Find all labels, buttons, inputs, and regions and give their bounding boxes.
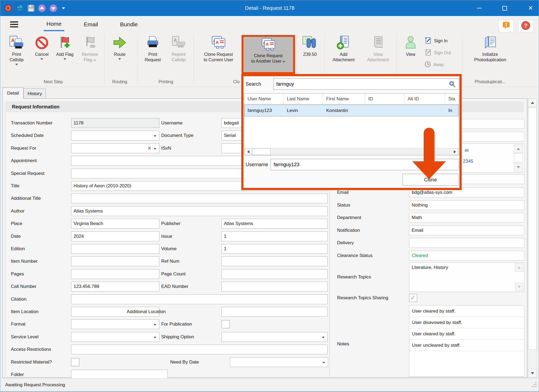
address-scroll-up-button[interactable] <box>514 144 523 153</box>
format-dropdown[interactable] <box>71 319 159 329</box>
scroll-thumb[interactable] <box>252 149 271 155</box>
author-field[interactable] <box>71 206 328 216</box>
sign-out-button[interactable]: Sign Out <box>424 47 461 59</box>
shipping-option-dropdown[interactable] <box>221 332 328 342</box>
notes-list[interactable]: User cleared by staff. User disavowed by… <box>409 305 524 377</box>
initialize-photoduplication-button[interactable]: Initialize Photoduplication <box>465 34 515 79</box>
route-button[interactable]: Route <box>108 34 132 79</box>
transaction-number-field[interactable] <box>71 118 159 128</box>
form-row: Item Number Ref Num <box>3 256 331 266</box>
column-header[interactable]: Sta <box>445 94 459 104</box>
scroll-right-button[interactable] <box>451 149 458 155</box>
view-user-button[interactable]: View <box>398 34 423 79</box>
add-attachment-button[interactable]: Add Attachment <box>326 34 361 79</box>
edition-field[interactable] <box>71 244 159 254</box>
clone-request-current-user-button[interactable]: A A Clone Request to Current User <box>196 34 241 79</box>
menu-hamburger-icon[interactable] <box>10 21 18 27</box>
minimize-button[interactable] <box>472 0 487 16</box>
column-header[interactable]: ID <box>365 94 404 104</box>
user-search-input[interactable] <box>273 78 459 90</box>
search-icon[interactable] <box>449 81 456 89</box>
scroll-left-button[interactable] <box>245 149 252 155</box>
topics-scroll-down-button[interactable] <box>515 283 523 291</box>
reprint-callslip-button[interactable]: A Reprint Callslip <box>166 34 191 79</box>
date-field[interactable] <box>71 232 159 241</box>
cell-first-name: Konstantin <box>323 104 365 117</box>
form-row: Call Number EAD Number <box>3 282 331 291</box>
clear-x-icon[interactable]: ✕ <box>147 145 151 151</box>
topics-scroll-up-button[interactable] <box>515 264 523 272</box>
scroll-down-button[interactable] <box>528 369 537 377</box>
additional-location-field[interactable] <box>221 307 328 317</box>
note-item[interactable]: User uncleared by staff. <box>409 340 524 351</box>
research-topics-textarea[interactable]: Literature, History <box>409 262 524 292</box>
ref-num-field[interactable] <box>221 256 328 266</box>
z3950-search-button[interactable]: Z39.50 <box>298 34 322 79</box>
cancel-button[interactable]: Cancel <box>31 34 53 79</box>
tab-bundle[interactable]: Bundle <box>118 18 140 31</box>
clone-request-another-user-button[interactable]: A A Clone Request to Another User <box>242 35 295 74</box>
print-callslip-button[interactable]: A Print Callslip <box>3 34 30 79</box>
clone-username-input[interactable] <box>271 159 459 170</box>
tab-home[interactable]: Home <box>44 18 64 31</box>
publisher-field[interactable] <box>221 219 328 229</box>
place-field[interactable] <box>71 219 159 229</box>
add-flag-button[interactable]: Add Flag <box>53 34 76 79</box>
request-for-dropdown[interactable]: ✕ <box>71 143 159 153</box>
ead-number-field[interactable] <box>221 282 328 291</box>
item-number-field[interactable] <box>71 256 159 266</box>
sign-out-icon <box>424 49 432 57</box>
pages-field[interactable] <box>71 269 159 279</box>
view-attachment-button[interactable]: View Attachment <box>361 34 395 79</box>
help-button[interactable]: ? <box>518 20 533 32</box>
access-restrictions-field[interactable] <box>71 345 328 354</box>
issue-field[interactable] <box>221 232 328 241</box>
chevron-down-icon <box>154 148 156 150</box>
address-scroll-down-button[interactable] <box>514 163 523 172</box>
note-item[interactable]: User cleared by staff. <box>409 306 524 317</box>
call-number-field[interactable] <box>71 282 159 291</box>
address-scroll-thumb[interactable] <box>514 153 523 162</box>
clone-to-another-user-popup: Search User Name Last Name First Name ID… <box>241 74 462 190</box>
column-header[interactable]: First Name <box>323 94 365 104</box>
page-count-field[interactable] <box>221 269 328 279</box>
volume-field[interactable] <box>221 244 328 254</box>
scroll-up-button[interactable] <box>528 99 537 107</box>
resize-grip-icon[interactable] <box>531 382 537 389</box>
feedback-button[interactable] <box>499 20 514 32</box>
for-publication-checkbox[interactable] <box>221 320 230 328</box>
tab-history[interactable]: History <box>24 88 46 99</box>
column-header[interactable]: Last Name <box>284 94 323 104</box>
nav-down-icon[interactable] <box>49 4 58 13</box>
sign-in-button[interactable]: Sign In <box>424 35 461 47</box>
additional-title-field[interactable] <box>71 194 328 203</box>
service-level-dropdown[interactable] <box>71 332 159 342</box>
quickbar-dropdown-icon[interactable] <box>59 4 68 13</box>
print-request-button[interactable]: Print Request <box>140 34 165 79</box>
sync-icon[interactable] <box>15 4 25 13</box>
nav-up-icon[interactable] <box>37 4 46 13</box>
research-topics-sharing-checkbox[interactable]: ✓ <box>409 294 417 302</box>
save-icon[interactable] <box>26 4 36 13</box>
clone-button[interactable]: Clone <box>402 174 458 186</box>
vertical-scrollbar[interactable] <box>528 98 537 378</box>
scheduled-date-dropdown[interactable] <box>71 131 159 140</box>
restricted-material-checkbox[interactable] <box>71 358 79 366</box>
note-item[interactable]: User cleared by staff. <box>409 328 524 340</box>
citation-field[interactable] <box>71 294 328 304</box>
scroll-thumb[interactable] <box>528 107 537 350</box>
close-button[interactable]: ✕ <box>523 0 538 16</box>
tab-email[interactable]: Email <box>82 18 100 31</box>
column-header[interactable]: User Name <box>244 94 284 104</box>
remove-flag-button[interactable]: Remove Flag <box>77 34 103 79</box>
user-results-table[interactable]: User Name Last Name First Name ID Alt ID… <box>244 93 459 155</box>
tab-detail[interactable]: Detail <box>2 88 24 99</box>
note-item[interactable]: User disavowed by staff. <box>409 317 524 328</box>
maximize-button[interactable] <box>497 0 512 16</box>
need-by-date-dropdown[interactable] <box>230 357 328 367</box>
away-button[interactable]: Away <box>424 59 461 71</box>
column-header[interactable]: Alt ID <box>404 94 445 104</box>
horizontal-scrollbar[interactable] <box>244 148 459 155</box>
table-row-selected[interactable]: farmguy123 Levin Konstantin In <box>244 104 459 117</box>
print-request-icon <box>145 34 160 50</box>
